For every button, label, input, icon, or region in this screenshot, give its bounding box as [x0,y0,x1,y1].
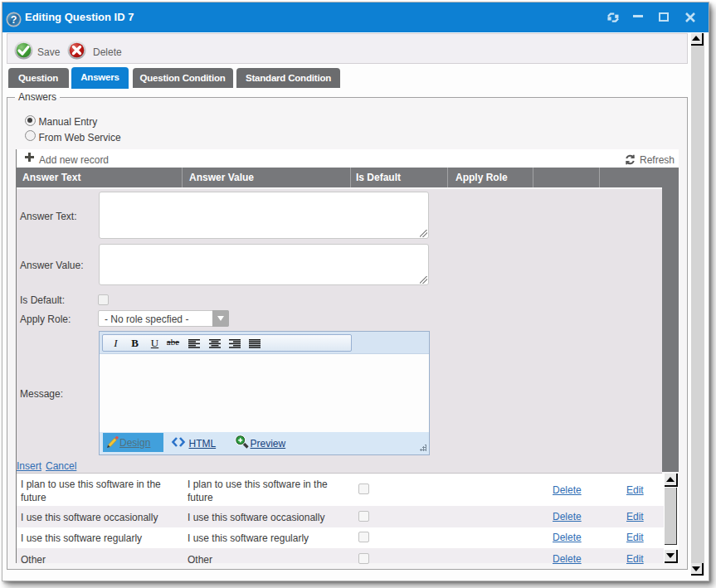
svg-text:?: ? [11,14,17,26]
